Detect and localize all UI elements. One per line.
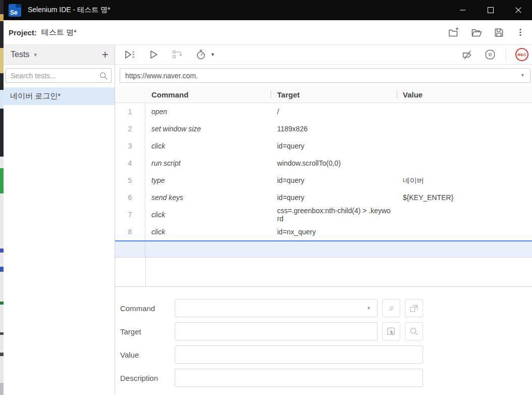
- row-number-cell[interactable]: 2: [115, 120, 145, 137]
- description-field-row: Description: [120, 369, 532, 387]
- open-new-window-icon: [408, 303, 419, 314]
- target-cell[interactable]: id=nx_query: [271, 228, 397, 236]
- new-project-button[interactable]: [448, 26, 460, 38]
- bg-mark: [0, 302, 4, 305]
- value-cell[interactable]: 네이버: [397, 172, 532, 189]
- test-list-item[interactable]: 네이버 로그인*: [4, 87, 115, 105]
- description-input[interactable]: [175, 369, 423, 387]
- command-cell[interactable]: open: [145, 103, 271, 120]
- more-menu-button[interactable]: [515, 27, 525, 37]
- select-target-button[interactable]: [382, 322, 400, 340]
- chevron-down-icon[interactable]: ▼: [33, 52, 38, 58]
- table-row[interactable]: 7 click css=.greenbox:nth-child(4) > .ke…: [115, 206, 532, 223]
- column-separator: [271, 91, 271, 98]
- command-cell[interactable]: click: [145, 137, 271, 155]
- tests-sidebar: Tests ▼ + 네이버 로그인*: [4, 45, 115, 395]
- command-input[interactable]: [175, 299, 378, 317]
- run-all-tests-button[interactable]: [123, 48, 136, 61]
- target-cell[interactable]: 1189x826: [271, 125, 397, 133]
- table-row[interactable]: 4 run script window.scrollTo(0,0): [115, 155, 532, 172]
- new-command-cell[interactable]: [145, 241, 532, 257]
- minimize-button[interactable]: [449, 0, 476, 20]
- chevron-down-icon[interactable]: ▼: [520, 73, 525, 78]
- selenium-ide-window: Se Selenium IDE - 테스트 명* Project: 테스트 명*: [4, 0, 532, 395]
- table-empty-area: [115, 258, 532, 286]
- add-test-button[interactable]: +: [102, 49, 109, 61]
- row-number-cell[interactable]: 5: [115, 172, 145, 189]
- project-label: Project:: [9, 28, 37, 37]
- run-current-test-button[interactable]: [147, 48, 160, 61]
- target-input[interactable]: [175, 322, 378, 340]
- open-new-window-button[interactable]: [405, 299, 423, 317]
- command-cell[interactable]: run script: [145, 155, 271, 172]
- search-tests: [4, 65, 115, 87]
- value-cell[interactable]: [397, 103, 532, 120]
- maximize-button[interactable]: [476, 0, 504, 20]
- tests-dropdown[interactable]: Tests: [11, 50, 29, 59]
- command-field-label: Command: [120, 304, 175, 313]
- command-cell[interactable]: set window size: [145, 120, 271, 137]
- table-row[interactable]: 6 send keys id=query ${KEY_ENTER}: [115, 189, 532, 206]
- target-cell[interactable]: /: [271, 108, 397, 116]
- command-table: Command Target Value 1 open / 2 set wind…: [115, 86, 532, 286]
- save-project-button[interactable]: [493, 27, 505, 38]
- project-bar: Project: 테스트 명*: [4, 20, 532, 45]
- row-number-gutter: [115, 258, 146, 286]
- window-controls: [449, 0, 532, 20]
- value-cell[interactable]: [397, 155, 532, 172]
- value-field-label: Value: [120, 351, 175, 359]
- step-over-button[interactable]: [171, 48, 184, 61]
- table-row[interactable]: 8 click id=nx_query: [115, 223, 532, 240]
- table-row[interactable]: 2 set window size 1189x826: [115, 120, 532, 137]
- tests-header: Tests ▼ +: [4, 45, 115, 65]
- body: Tests ▼ + 네이버 로그인*: [4, 45, 532, 395]
- bg-mark: [0, 353, 4, 356]
- new-command-row-selected[interactable]: [115, 240, 532, 258]
- open-project-button[interactable]: [470, 26, 483, 38]
- comment-slashes-icon: //: [389, 305, 393, 312]
- select-target-icon: [386, 326, 397, 337]
- target-cell[interactable]: id=query: [271, 176, 397, 184]
- row-number-cell[interactable]: 3: [115, 137, 145, 155]
- close-button[interactable]: [504, 0, 532, 20]
- row-number-cell[interactable]: 1: [115, 103, 145, 120]
- command-cell[interactable]: type: [145, 172, 271, 189]
- target-cell[interactable]: id=query: [271, 193, 397, 202]
- value-cell[interactable]: ${KEY_ENTER}: [397, 189, 532, 206]
- value-cell[interactable]: [397, 223, 532, 240]
- record-button[interactable]: REC: [515, 48, 528, 61]
- value-input[interactable]: [175, 345, 423, 364]
- row-number-cell[interactable]: 4: [115, 155, 145, 172]
- main-panel: ▼: [115, 45, 532, 395]
- value-field-row: Value: [120, 345, 532, 364]
- target-cell[interactable]: id=query: [271, 142, 397, 150]
- find-target-button[interactable]: [405, 322, 423, 340]
- command-cell[interactable]: send keys: [145, 189, 271, 206]
- bg-mark: [0, 267, 4, 272]
- target-cell[interactable]: css=.greenbox:nth-child(4) > .keyword: [271, 207, 397, 223]
- test-speed-control[interactable]: ▼: [194, 48, 215, 61]
- pause-on-exceptions-button[interactable]: [484, 48, 497, 61]
- disable-breakpoints-button[interactable]: [461, 48, 474, 62]
- table-row[interactable]: 5 type id=query 네이버: [115, 172, 532, 189]
- table-row[interactable]: 3 click id=query: [115, 137, 532, 155]
- column-separator: [397, 91, 397, 98]
- command-cell[interactable]: click: [145, 206, 271, 223]
- value-cell[interactable]: [397, 206, 532, 223]
- target-field-label: Target: [120, 327, 175, 336]
- toggle-comment-button[interactable]: //: [382, 299, 400, 317]
- selenium-logo-icon: Se: [9, 4, 21, 17]
- row-number-cell[interactable]: 8: [115, 223, 145, 240]
- row-number-cell[interactable]: 7: [115, 206, 145, 223]
- bg-mark: [0, 90, 4, 109]
- value-cell[interactable]: [397, 120, 532, 137]
- search-tests-input[interactable]: [6, 68, 112, 83]
- command-cell[interactable]: click: [145, 223, 271, 240]
- chevron-down-icon[interactable]: ▼: [366, 306, 371, 311]
- value-cell[interactable]: [397, 137, 532, 155]
- table-row[interactable]: 1 open /: [115, 103, 532, 120]
- row-number-cell[interactable]: [115, 241, 145, 257]
- base-url-input[interactable]: [120, 68, 530, 83]
- target-cell[interactable]: window.scrollTo(0,0): [271, 159, 397, 167]
- row-number-cell[interactable]: 6: [115, 189, 145, 206]
